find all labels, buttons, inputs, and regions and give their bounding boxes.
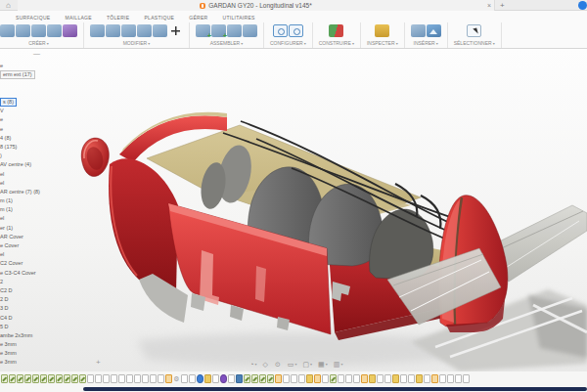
- sketch-icon[interactable]: [244, 374, 250, 383]
- ribbon-tab[interactable]: SURFACIQUE: [16, 15, 51, 21]
- browser-item[interactable]: [0, 78, 59, 87]
- split-body-icon[interactable]: [153, 24, 167, 37]
- browser-item[interactable]: m (1): [0, 196, 59, 204]
- gardan-gy20-model[interactable]: [0, 49, 587, 371]
- ribbon-tab[interactable]: PLASTIQUE: [144, 15, 174, 21]
- plain-icon[interactable]: [142, 374, 149, 383]
- orange-icon[interactable]: [275, 374, 282, 383]
- select-icon[interactable]: [467, 24, 481, 37]
- construction-plane-icon[interactable]: [329, 24, 343, 37]
- canvas-icon[interactable]: [427, 24, 441, 37]
- sketch-icon[interactable]: [17, 374, 23, 383]
- browser-item[interactable]: AV centre (4): [0, 159, 59, 168]
- orange-icon[interactable]: [361, 374, 368, 383]
- document-tab[interactable]: GARDAN GY20 - Longitudinal v145* ×: [18, 0, 495, 11]
- user-avatar[interactable]: [578, 1, 587, 10]
- solid-box-icon[interactable]: [0, 24, 15, 37]
- plain-icon[interactable]: [134, 374, 141, 383]
- plain-icon[interactable]: [291, 374, 297, 383]
- ribbon-group-label[interactable]: SÉLECTIONNER: [454, 40, 495, 46]
- plain-icon[interactable]: [111, 374, 117, 383]
- ribbon-group-label[interactable]: MODIFIER: [123, 40, 151, 46]
- sketch-icon[interactable]: [267, 374, 274, 383]
- orange-icon[interactable]: [165, 374, 172, 383]
- press-pull-icon[interactable]: [90, 24, 105, 37]
- sketch-icon[interactable]: [56, 374, 63, 383]
- orange-icon[interactable]: [431, 374, 438, 383]
- purple-circle-icon[interactable]: [220, 374, 227, 383]
- plain-icon[interactable]: [353, 374, 360, 383]
- configuration-icon[interactable]: [273, 24, 288, 37]
- fillet-icon[interactable]: [106, 24, 120, 37]
- browser-item[interactable]: 2 D: [0, 294, 59, 303]
- timeline-scrollbar[interactable]: [83, 387, 587, 391]
- browser-item[interactable]: el: [0, 213, 59, 222]
- sketch-icon[interactable]: [330, 374, 337, 383]
- plain-icon[interactable]: [384, 374, 391, 383]
- home-icon[interactable]: ⌂: [6, 0, 11, 11]
- browser-item[interactable]: 3 D: [0, 303, 59, 312]
- browser-item[interactable]: e Cover: [0, 240, 59, 249]
- zoom-icon[interactable]: ⊙: [275, 360, 282, 369]
- move-icon[interactable]: [168, 24, 183, 37]
- plain-icon[interactable]: [118, 374, 125, 383]
- plain-icon[interactable]: [345, 374, 352, 383]
- form-icon[interactable]: [63, 24, 77, 37]
- browser-item[interactable]: e 3mm: [0, 357, 59, 366]
- combine-icon[interactable]: [137, 24, 152, 37]
- collapse-browser-icon[interactable]: —: [33, 50, 40, 57]
- plain-icon[interactable]: [283, 374, 290, 383]
- plain-icon[interactable]: [455, 374, 462, 383]
- new-tab-button[interactable]: +: [500, 0, 505, 11]
- browser-item[interactable]: ): [0, 151, 59, 159]
- gold-icon[interactable]: [392, 374, 399, 383]
- ribbon-tab[interactable]: GÉRER: [189, 15, 207, 21]
- browser-item[interactable]: er (1): [0, 222, 59, 231]
- browser-item[interactable]: e C3-C4 Cover: [0, 267, 59, 276]
- ribbon-group-label[interactable]: ASSEMBLER: [210, 40, 244, 46]
- sketch-icon[interactable]: [40, 374, 47, 383]
- plain-icon[interactable]: [87, 374, 94, 383]
- gold-icon[interactable]: [204, 374, 211, 383]
- plain-icon[interactable]: [439, 374, 446, 383]
- browser-item[interactable]: e: [0, 114, 59, 123]
- sketch-icon[interactable]: [251, 374, 258, 383]
- plain-icon[interactable]: [463, 374, 470, 383]
- gear-icon[interactable]: [173, 374, 180, 383]
- ribbon-tab[interactable]: MAILLAGE: [66, 15, 92, 21]
- grid-snaps-icon[interactable]: ▦▾: [318, 360, 328, 369]
- new-component-icon[interactable]: [196, 24, 210, 37]
- browser-item[interactable]: m (1): [0, 204, 59, 213]
- ribbon-group-label[interactable]: INSÉRER: [414, 40, 438, 46]
- plain-icon[interactable]: [408, 374, 415, 383]
- sketch-icon[interactable]: [9, 374, 16, 383]
- browser-item[interactable]: s (8): [0, 97, 59, 106]
- browser-item[interactable]: el: [0, 177, 59, 186]
- ribbon-group-label[interactable]: CRÉER: [28, 40, 49, 46]
- browser-item[interactable]: ambe 2x3mm: [0, 330, 59, 339]
- plain-icon[interactable]: [126, 374, 133, 383]
- measure-icon[interactable]: [375, 24, 389, 37]
- browser-item[interactable]: C2 D: [0, 285, 59, 294]
- sketch-icon[interactable]: [79, 374, 86, 383]
- gold-icon[interactable]: [416, 374, 423, 383]
- plain-icon[interactable]: [447, 374, 454, 383]
- browser-item[interactable]: e: [0, 123, 59, 132]
- browser-item[interactable]: [0, 88, 59, 97]
- plain-icon[interactable]: [189, 374, 196, 383]
- browser-item[interactable]: el: [0, 249, 59, 258]
- browser-item[interactable]: V: [0, 106, 59, 114]
- insert-derive-icon[interactable]: [411, 24, 426, 37]
- plain-icon[interactable]: [212, 374, 219, 383]
- browser-item[interactable]: 2: [0, 277, 59, 285]
- orange-icon[interactable]: [314, 374, 321, 383]
- browser-item[interactable]: AR centre (7) (8): [0, 187, 59, 196]
- model-canvas[interactable]: — e erm ext (17): [0, 49, 587, 371]
- sketch-icon[interactable]: [259, 374, 266, 383]
- plain-icon[interactable]: [298, 374, 305, 383]
- fit-icon[interactable]: ▭▾: [288, 360, 297, 369]
- sketch-icon[interactable]: [1, 374, 8, 383]
- plain-icon[interactable]: [424, 374, 430, 383]
- browser-item[interactable]: AR Cover: [0, 232, 59, 240]
- browser-item[interactable]: e 3mm: [0, 348, 59, 357]
